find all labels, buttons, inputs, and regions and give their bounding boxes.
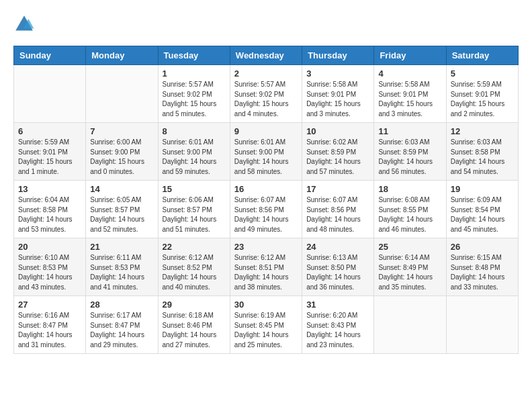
day-header-thursday: Thursday — [302, 46, 374, 65]
calendar-cell: 27Sunrise: 6:16 AM Sunset: 8:47 PM Dayli… — [14, 296, 86, 354]
day-header-friday: Friday — [374, 46, 446, 65]
calendar-cell: 21Sunrise: 6:11 AM Sunset: 8:53 PM Dayli… — [86, 238, 158, 296]
calendar-cell: 28Sunrise: 6:17 AM Sunset: 8:47 PM Dayli… — [86, 296, 158, 354]
calendar-cell: 4Sunrise: 5:58 AM Sunset: 9:01 PM Daylig… — [374, 65, 446, 123]
day-number: 7 — [90, 126, 153, 136]
calendar-cell: 29Sunrise: 6:18 AM Sunset: 8:46 PM Dayli… — [158, 296, 230, 354]
calendar-week-row: 20Sunrise: 6:10 AM Sunset: 8:53 PM Dayli… — [14, 238, 519, 296]
day-info: Sunrise: 5:59 AM Sunset: 9:01 PM Dayligh… — [18, 138, 81, 177]
day-info: Sunrise: 6:18 AM Sunset: 8:46 PM Dayligh… — [163, 311, 226, 350]
day-number: 16 — [234, 184, 298, 194]
calendar-cell: 23Sunrise: 6:12 AM Sunset: 8:51 PM Dayli… — [230, 238, 302, 296]
calendar-week-row: 27Sunrise: 6:16 AM Sunset: 8:47 PM Dayli… — [14, 296, 519, 354]
calendar-cell: 25Sunrise: 6:14 AM Sunset: 8:49 PM Dayli… — [374, 238, 446, 296]
day-info: Sunrise: 6:20 AM Sunset: 8:43 PM Dayligh… — [306, 311, 369, 350]
day-number: 1 — [163, 68, 226, 79]
calendar-cell: 15Sunrise: 6:06 AM Sunset: 8:57 PM Dayli… — [158, 181, 230, 238]
day-info: Sunrise: 6:17 AM Sunset: 8:47 PM Dayligh… — [90, 311, 153, 350]
calendar-cell — [14, 65, 86, 123]
day-info: Sunrise: 6:01 AM Sunset: 9:00 PM Dayligh… — [163, 138, 226, 177]
day-number: 6 — [18, 126, 81, 136]
day-info: Sunrise: 6:14 AM Sunset: 8:49 PM Dayligh… — [378, 253, 441, 292]
day-info: Sunrise: 5:59 AM Sunset: 9:01 PM Dayligh… — [451, 80, 514, 119]
day-number: 17 — [306, 184, 369, 194]
day-info: Sunrise: 6:15 AM Sunset: 8:48 PM Dayligh… — [451, 253, 514, 292]
day-info: Sunrise: 5:58 AM Sunset: 9:01 PM Dayligh… — [378, 80, 441, 119]
day-number: 18 — [378, 184, 441, 194]
day-number: 21 — [90, 242, 153, 252]
day-number: 4 — [378, 68, 441, 79]
calendar-cell: 11Sunrise: 6:03 AM Sunset: 8:59 PM Dayli… — [374, 123, 446, 181]
page-header — [13, 13, 519, 35]
calendar-cell: 30Sunrise: 6:19 AM Sunset: 8:45 PM Dayli… — [230, 296, 302, 354]
day-info: Sunrise: 6:08 AM Sunset: 8:55 PM Dayligh… — [378, 195, 441, 234]
logo-icon — [13, 13, 35, 35]
day-info: Sunrise: 6:06 AM Sunset: 8:57 PM Dayligh… — [163, 195, 226, 234]
day-header-sunday: Sunday — [14, 46, 86, 65]
day-number: 15 — [163, 184, 226, 194]
calendar-cell: 16Sunrise: 6:07 AM Sunset: 8:56 PM Dayli… — [230, 181, 302, 238]
calendar-cell — [86, 65, 158, 123]
calendar-cell: 20Sunrise: 6:10 AM Sunset: 8:53 PM Dayli… — [14, 238, 86, 296]
day-number: 24 — [306, 242, 369, 252]
day-info: Sunrise: 6:04 AM Sunset: 8:58 PM Dayligh… — [18, 195, 81, 234]
day-number: 5 — [451, 68, 514, 79]
day-number: 25 — [378, 242, 441, 252]
calendar-cell — [374, 296, 446, 354]
day-info: Sunrise: 5:57 AM Sunset: 9:02 PM Dayligh… — [234, 80, 298, 119]
calendar-cell: 19Sunrise: 6:09 AM Sunset: 8:54 PM Dayli… — [446, 181, 518, 238]
day-info: Sunrise: 6:07 AM Sunset: 8:56 PM Dayligh… — [306, 195, 369, 234]
calendar-cell: 10Sunrise: 6:02 AM Sunset: 8:59 PM Dayli… — [302, 123, 374, 181]
calendar-cell: 18Sunrise: 6:08 AM Sunset: 8:55 PM Dayli… — [374, 181, 446, 238]
calendar-week-row: 6Sunrise: 5:59 AM Sunset: 9:01 PM Daylig… — [14, 123, 519, 181]
day-info: Sunrise: 6:11 AM Sunset: 8:53 PM Dayligh… — [90, 253, 153, 292]
calendar-cell: 3Sunrise: 5:58 AM Sunset: 9:01 PM Daylig… — [302, 65, 374, 123]
day-number: 13 — [18, 184, 81, 194]
day-info: Sunrise: 6:01 AM Sunset: 9:00 PM Dayligh… — [234, 138, 298, 177]
calendar-header-row: SundayMondayTuesdayWednesdayThursdayFrid… — [14, 46, 519, 65]
day-header-saturday: Saturday — [446, 46, 518, 65]
day-info: Sunrise: 5:58 AM Sunset: 9:01 PM Dayligh… — [306, 80, 369, 119]
calendar-cell: 13Sunrise: 6:04 AM Sunset: 8:58 PM Dayli… — [14, 181, 86, 238]
calendar-cell: 24Sunrise: 6:13 AM Sunset: 8:50 PM Dayli… — [302, 238, 374, 296]
calendar-cell: 26Sunrise: 6:15 AM Sunset: 8:48 PM Dayli… — [446, 238, 518, 296]
day-number: 2 — [234, 68, 298, 79]
day-number: 22 — [163, 242, 226, 252]
day-number: 14 — [90, 184, 153, 194]
day-number: 26 — [451, 242, 514, 252]
day-number: 12 — [451, 126, 514, 136]
calendar-cell: 9Sunrise: 6:01 AM Sunset: 9:00 PM Daylig… — [230, 123, 302, 181]
day-info: Sunrise: 6:13 AM Sunset: 8:50 PM Dayligh… — [306, 253, 369, 292]
day-number: 11 — [378, 126, 441, 136]
calendar-cell: 5Sunrise: 5:59 AM Sunset: 9:01 PM Daylig… — [446, 65, 518, 123]
day-number: 30 — [234, 300, 298, 310]
day-info: Sunrise: 6:09 AM Sunset: 8:54 PM Dayligh… — [451, 195, 514, 234]
day-info: Sunrise: 6:03 AM Sunset: 8:58 PM Dayligh… — [451, 138, 514, 177]
calendar-cell — [446, 296, 518, 354]
calendar-cell: 8Sunrise: 6:01 AM Sunset: 9:00 PM Daylig… — [158, 123, 230, 181]
day-number: 31 — [306, 300, 369, 310]
day-number: 20 — [18, 242, 81, 252]
day-number: 8 — [163, 126, 226, 136]
day-info: Sunrise: 6:12 AM Sunset: 8:51 PM Dayligh… — [234, 253, 298, 292]
day-number: 23 — [234, 242, 298, 252]
day-info: Sunrise: 6:03 AM Sunset: 8:59 PM Dayligh… — [378, 138, 441, 177]
day-info: Sunrise: 6:07 AM Sunset: 8:56 PM Dayligh… — [234, 195, 298, 234]
calendar-cell: 17Sunrise: 6:07 AM Sunset: 8:56 PM Dayli… — [302, 181, 374, 238]
calendar-cell: 6Sunrise: 5:59 AM Sunset: 9:01 PM Daylig… — [14, 123, 86, 181]
calendar-cell: 12Sunrise: 6:03 AM Sunset: 8:58 PM Dayli… — [446, 123, 518, 181]
day-info: Sunrise: 6:05 AM Sunset: 8:57 PM Dayligh… — [90, 195, 153, 234]
calendar-week-row: 1Sunrise: 5:57 AM Sunset: 9:02 PM Daylig… — [14, 65, 519, 123]
day-number: 29 — [163, 300, 226, 310]
day-info: Sunrise: 6:12 AM Sunset: 8:52 PM Dayligh… — [163, 253, 226, 292]
day-info: Sunrise: 6:19 AM Sunset: 8:45 PM Dayligh… — [234, 311, 298, 350]
logo — [13, 13, 38, 35]
day-info: Sunrise: 6:02 AM Sunset: 8:59 PM Dayligh… — [306, 138, 369, 177]
calendar-cell: 7Sunrise: 6:00 AM Sunset: 9:00 PM Daylig… — [86, 123, 158, 181]
day-header-monday: Monday — [86, 46, 158, 65]
day-number: 27 — [18, 300, 81, 310]
day-info: Sunrise: 6:10 AM Sunset: 8:53 PM Dayligh… — [18, 253, 81, 292]
day-info: Sunrise: 6:00 AM Sunset: 9:00 PM Dayligh… — [90, 138, 153, 177]
calendar-cell: 22Sunrise: 6:12 AM Sunset: 8:52 PM Dayli… — [158, 238, 230, 296]
day-info: Sunrise: 5:57 AM Sunset: 9:02 PM Dayligh… — [163, 80, 226, 119]
